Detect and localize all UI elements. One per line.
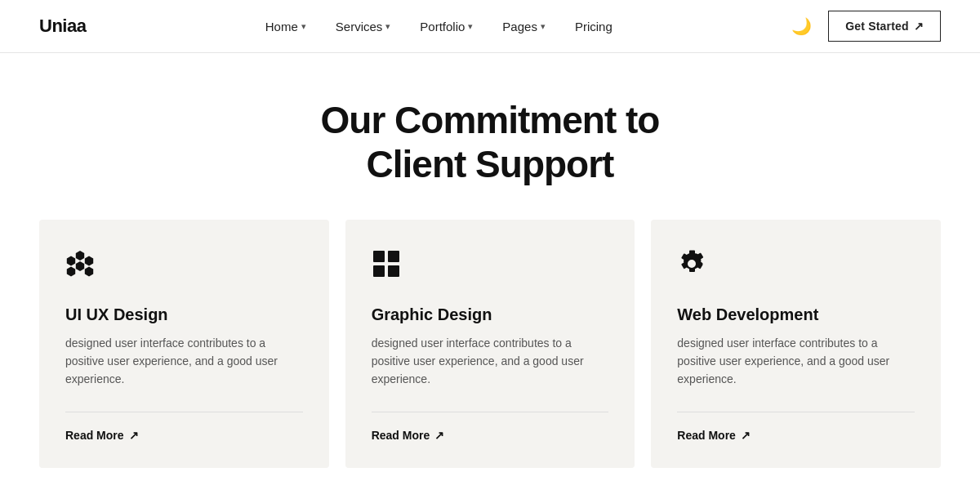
nav-right: 🌙 Get Started ↗ [791,11,941,42]
nav-link-portfolio[interactable]: Portfolio ▾ [420,20,473,33]
cards-section: UI UX Design designed user interface con… [0,220,980,468]
nav-link-pricing[interactable]: Pricing [575,20,612,33]
nav-item-home[interactable]: Home ▾ [265,20,306,33]
chevron-down-icon: ▾ [301,21,306,32]
card-ui-ux: UI UX Design designed user interface con… [39,220,329,468]
arrow-icon: ↗ [914,20,924,33]
card-desc-ui-ux: designed user interface contributes to a… [65,334,303,389]
chevron-down-icon: ▾ [385,21,390,32]
svg-marker-0 [76,251,84,261]
svg-rect-8 [373,265,385,277]
svg-marker-3 [76,261,84,271]
nav-item-pages[interactable]: Pages ▾ [502,20,546,33]
arrow-icon: ↗ [741,429,751,442]
get-started-button[interactable]: Get Started ↗ [828,11,941,42]
gear-icon [677,249,915,283]
card-title-webdev: Web Development [677,305,915,324]
svg-rect-6 [373,251,385,262]
navbar: Uniaa Home ▾ Services ▾ Portfolio ▾ Page… [0,0,980,53]
card-title-ui-ux: UI UX Design [65,305,303,324]
hero-title: Our Commitment to Client Support [39,98,941,187]
svg-rect-9 [388,265,399,277]
chevron-down-icon: ▾ [468,21,473,32]
nav-link-home[interactable]: Home ▾ [265,20,306,33]
arrow-icon: ↗ [434,429,444,442]
grid-icon [372,249,609,283]
nav-item-services[interactable]: Services ▾ [336,20,391,33]
svg-marker-4 [67,266,75,276]
card-desc-webdev: designed user interface contributes to a… [677,334,915,389]
card-web-dev: Web Development designed user interface … [651,220,941,468]
chevron-down-icon: ▾ [541,21,546,32]
read-more-ui-ux[interactable]: Read More ↗ [65,412,303,442]
card-desc-graphic: designed user interface contributes to a… [372,334,609,389]
svg-rect-7 [388,251,399,262]
hero-section: Our Commitment to Client Support [0,53,980,220]
read-more-webdev[interactable]: Read More ↗ [677,412,915,442]
svg-marker-5 [85,266,93,276]
svg-marker-2 [85,256,93,265]
svg-marker-1 [67,256,75,265]
nav-item-pricing[interactable]: Pricing [575,20,612,33]
card-graphic-design: Graphic Design designed user interface c… [345,220,635,468]
read-more-graphic[interactable]: Read More ↗ [372,412,609,442]
brand-logo[interactable]: Uniaa [39,16,86,37]
nav-link-pages[interactable]: Pages ▾ [502,20,546,33]
arrow-icon: ↗ [129,429,139,442]
nav-links: Home ▾ Services ▾ Portfolio ▾ Pages ▾ Pr [265,20,612,33]
nav-link-services[interactable]: Services ▾ [336,20,391,33]
nav-item-portfolio[interactable]: Portfolio ▾ [420,20,473,33]
dark-mode-toggle[interactable]: 🌙 [791,16,812,36]
card-title-graphic: Graphic Design [372,305,609,324]
honeycomb-icon [65,249,303,283]
